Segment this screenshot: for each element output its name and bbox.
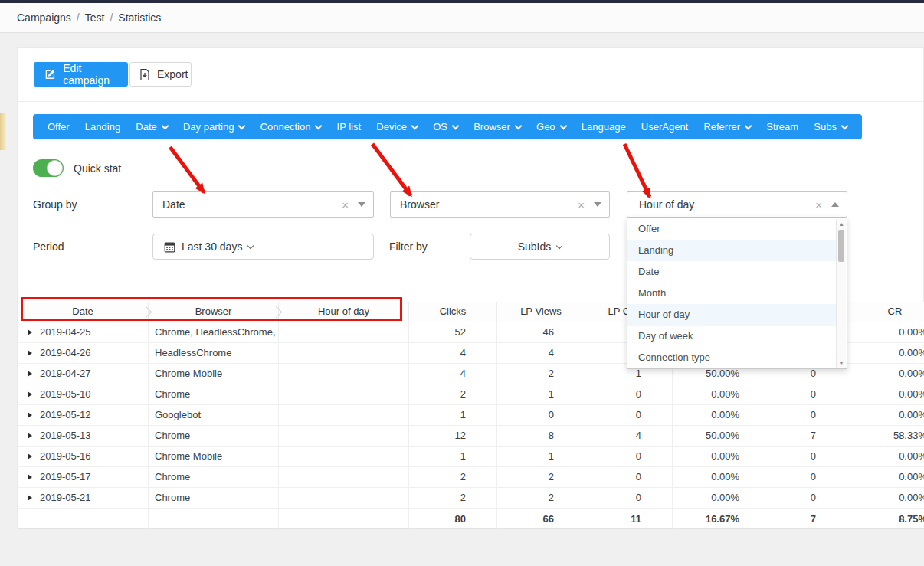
filter-tab-offer[interactable]: Offer [44,121,73,133]
chevron-down-icon [161,122,169,129]
period-label: Period [33,234,64,260]
column-header-browser[interactable]: Browser [149,302,279,322]
filter-tab-landing[interactable]: Landing [82,121,123,133]
expand-row-icon[interactable] [28,453,32,460]
breadcrumb-item-campaigns[interactable]: Campaigns [17,11,71,24]
breadcrumb-separator: / [77,11,80,24]
group-option-hour-of-day[interactable]: Hour of day [627,304,836,326]
expand-row-icon[interactable] [28,391,32,398]
group-option-date[interactable]: Date [627,261,836,283]
period-button[interactable]: Last 30 days [152,234,374,260]
group-option-connection-type[interactable]: Connection type [627,347,836,368]
chevron-down-icon [411,122,419,129]
group-option-landing[interactable]: Landing [627,240,836,261]
chevron-down-icon [452,122,460,129]
filter-tab-os[interactable]: OS [430,121,461,133]
filter-tab-label: IP list [337,121,362,133]
expand-row-icon[interactable] [28,412,32,418]
cell-col6: 50.00% [673,426,759,447]
cell-cr: 0.00% [847,343,924,364]
expand-row-icon[interactable] [28,329,32,335]
total-lp-clicks: 11 [585,509,673,529]
total-date [18,509,149,529]
group-by-select-1[interactable]: Date × [152,191,374,218]
filter-tab-label: Language [582,121,626,133]
group-option-day-of-week[interactable]: Day of week [627,326,836,347]
date-value: 2019-05-17 [40,471,91,483]
quick-stat-row: Quick stat [33,159,121,177]
export-button[interactable]: Export [129,62,192,87]
cell-hour-of-day [279,447,409,467]
scroll-up-icon[interactable]: ▲ [837,221,847,227]
cell-date: 2019-05-12 [18,405,149,426]
breadcrumb-item-statistics[interactable]: Statistics [118,11,161,24]
clear-icon[interactable]: × [578,198,585,211]
cell-clicks: 1 [409,405,497,426]
filter-tab-day-parting[interactable]: Day parting [180,121,247,133]
cell-date: 2019-05-17 [18,467,149,488]
expand-row-icon[interactable] [28,350,32,356]
expand-row-icon[interactable] [28,371,32,377]
filter-tab-useragent[interactable]: UserAgent [638,121,691,133]
filter-tab-geo[interactable]: Geo [533,121,569,133]
cell-hour-of-day [279,405,409,426]
filter-tab-ip-list[interactable]: IP list [334,121,365,133]
chevron-down-icon [559,122,567,129]
chevron-down-icon[interactable] [594,202,601,207]
total-col6: 16.67% [673,509,759,529]
clear-icon[interactable]: × [342,198,349,211]
chevron-down-icon [315,122,323,129]
group-by-select-3[interactable]: Hour of day × [627,191,847,218]
cell-clicks: 2 [409,467,497,488]
quick-stat-toggle[interactable] [33,159,64,177]
date-value: 2019-04-27 [40,368,91,379]
cell-col6: 0.00% [673,384,759,405]
chevron-down-icon[interactable] [358,202,365,207]
cell-browser: Chrome Mobile [149,364,279,384]
total-cr: 8.75% [847,509,924,529]
cell-browser: Googlebot [149,405,279,426]
filter-tab-label: Offer [48,121,70,133]
date-value: 2019-05-16 [40,450,91,462]
subids-button[interactable]: SubIds [470,234,610,260]
breadcrumb-item-test[interactable]: Test [85,11,105,24]
filter-tab-browser[interactable]: Browser [470,121,524,133]
column-header-hour-of-day[interactable]: Hour of day [279,302,409,322]
expand-row-icon[interactable] [28,433,32,439]
cell-lp-clicks: 0 [585,467,673,488]
column-header-lp-views[interactable]: LP Views [497,302,585,322]
cell-hour-of-day [279,364,409,384]
group-by-select-3-value: Hour of day [639,198,694,211]
chevron-down-icon [514,122,522,129]
edit-campaign-button[interactable]: Edit campaign [34,62,128,87]
column-header-cr[interactable]: CR [847,302,924,322]
group-option-offer[interactable]: Offer [627,218,836,240]
text-cursor [637,198,637,211]
cell-browser: Chrome [149,467,279,488]
filter-tab-date[interactable]: Date [133,121,170,133]
filter-tab-language[interactable]: Language [578,121,629,133]
chevron-down-icon [556,242,562,248]
cell-lp-views: 2 [497,488,585,509]
cell-date: 2019-04-26 [18,343,149,364]
cell-lp-views: 2 [497,364,585,384]
column-header-clicks[interactable]: Clicks [409,302,497,322]
group-by-select-2[interactable]: Browser × [390,191,610,218]
filter-tab-label: Geo [536,121,555,133]
filter-tab-connection[interactable]: Connection [257,121,325,133]
column-header-date[interactable]: Date [18,302,149,322]
scroll-down-icon[interactable]: ▼ [837,360,847,365]
dropdown-scrollbar[interactable]: ▲ ▼ [836,219,846,368]
filter-tab-device[interactable]: Device [373,121,421,133]
filter-tab-referrer[interactable]: Referrer [700,121,754,133]
filter-tab-stream[interactable]: Stream [763,121,801,133]
total-lp-views: 66 [497,509,585,529]
cell-col7: 0 [759,384,847,405]
group-option-month[interactable]: Month [627,283,836,304]
expand-row-icon[interactable] [28,474,32,480]
clear-icon[interactable]: × [815,198,822,211]
filter-tab-subs[interactable]: Subs [811,121,850,133]
expand-row-icon[interactable] [28,495,32,501]
scrollbar-thumb[interactable] [838,230,844,262]
chevron-up-icon[interactable] [831,202,839,207]
